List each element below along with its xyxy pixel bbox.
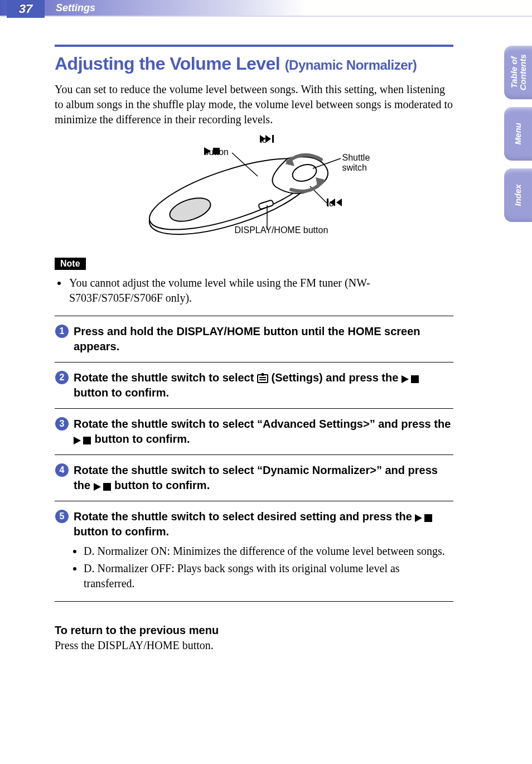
step-5-text-a: Rotate the shuttle switch to select desi… bbox=[74, 510, 415, 523]
svg-marker-35 bbox=[94, 483, 101, 491]
return-block: To return to the previous menu Press the… bbox=[55, 624, 453, 652]
svg-rect-15 bbox=[213, 148, 220, 154]
settings-icon bbox=[257, 371, 268, 384]
figure-label-playstop-button: button bbox=[204, 147, 229, 157]
figure-label-display-home: DISPLAY/HOME button bbox=[235, 225, 328, 235]
tab-contents-label: Table of Contents bbox=[509, 55, 527, 91]
step-2-text-a: Rotate the shuttle switch to select bbox=[74, 371, 257, 384]
page-title-main: Adjusting the Volume Level bbox=[55, 54, 285, 74]
svg-marker-18 bbox=[336, 199, 342, 206]
side-tabs: Table of Contents Menu Index bbox=[504, 46, 532, 230]
svg-rect-28 bbox=[411, 375, 419, 383]
step-2-text-b: (Settings) and press the bbox=[268, 371, 402, 384]
note-item: You cannot adjust the volume level while… bbox=[68, 275, 453, 306]
step-3-text-a: Rotate the shuttle switch to select “Adv… bbox=[74, 418, 451, 430]
step-number-badge: 1 bbox=[55, 324, 74, 339]
tab-index[interactable]: Index bbox=[504, 168, 532, 222]
step-3: 3 Rotate the shuttle switch to select “A… bbox=[55, 409, 453, 455]
svg-marker-27 bbox=[402, 375, 409, 383]
manual-page: 37 Settings Table of Contents Menu Index… bbox=[0, 0, 532, 764]
play-stop-icon bbox=[74, 433, 91, 445]
return-heading: To return to the previous menu bbox=[55, 624, 453, 637]
page-number: 37 bbox=[7, 0, 45, 18]
figure-label-to-prev: to bbox=[327, 199, 334, 209]
step-5-text-b: button to confirm. bbox=[74, 525, 169, 538]
tab-menu[interactable]: Menu bbox=[504, 107, 532, 161]
svg-marker-12 bbox=[265, 135, 271, 143]
play-stop-icon bbox=[94, 479, 112, 491]
svg-marker-31 bbox=[74, 437, 81, 444]
figure-label-to-next: to bbox=[260, 135, 267, 145]
step-5-body: Rotate the shuttle switch to select desi… bbox=[74, 509, 453, 593]
tab-menu-label: Menu bbox=[514, 123, 523, 144]
step-5: 5 Rotate the shuttle switch to select de… bbox=[55, 501, 453, 602]
step-5-sub-0: D. Normalizer ON: Minimizes the differen… bbox=[84, 544, 453, 559]
step-number-badge: 3 bbox=[55, 417, 74, 431]
return-body: Press the DISPLAY/HOME button. bbox=[55, 639, 453, 652]
svg-rect-16 bbox=[327, 199, 328, 206]
svg-text:4: 4 bbox=[60, 465, 65, 475]
svg-rect-36 bbox=[103, 483, 111, 491]
title-rule bbox=[55, 45, 453, 47]
step-5-sublist: D. Normalizer ON: Minimizes the differen… bbox=[74, 544, 453, 591]
svg-text:1: 1 bbox=[60, 326, 65, 336]
play-stop-icon bbox=[402, 371, 419, 384]
intro-paragraph: You can set to reduce the volume level b… bbox=[55, 82, 453, 127]
header-underline bbox=[0, 16, 532, 17]
note-badge: Note bbox=[55, 258, 86, 270]
svg-rect-23 bbox=[258, 375, 268, 383]
header-gradient bbox=[0, 0, 307, 16]
device-figure: to button Shuttle switch to DISPLAY/HOME… bbox=[120, 136, 388, 236]
step-number-badge: 4 bbox=[55, 463, 74, 477]
tab-contents[interactable]: Table of Contents bbox=[504, 46, 532, 99]
svg-rect-24 bbox=[262, 373, 264, 376]
step-3-text-b: button to confirm. bbox=[91, 433, 190, 445]
content-column: Adjusting the Volume Level (Dynamic Norm… bbox=[55, 45, 453, 652]
figure-label-shuttle: Shuttle switch bbox=[342, 153, 388, 173]
note-list: You cannot adjust the volume level while… bbox=[65, 275, 453, 306]
tab-index-label: Index bbox=[514, 184, 523, 206]
svg-rect-40 bbox=[424, 514, 432, 522]
step-5-sub-1: D. Normalizer OFF: Plays back songs with… bbox=[84, 561, 453, 591]
step-2-body: Rotate the shuttle switch to select (Set… bbox=[74, 370, 453, 400]
play-stop-icon bbox=[415, 510, 433, 523]
svg-rect-32 bbox=[83, 437, 91, 444]
step-number-badge: 2 bbox=[55, 370, 74, 385]
svg-marker-14 bbox=[204, 147, 211, 155]
step-1-body: Press and hold the DISPLAY/HOME button u… bbox=[74, 324, 453, 354]
page-title-sub: (Dynamic Normalizer) bbox=[285, 57, 417, 72]
steps-list: 1 Press and hold the DISPLAY/HOME button… bbox=[55, 316, 453, 602]
step-1: 1 Press and hold the DISPLAY/HOME button… bbox=[55, 316, 453, 362]
step-1-text: Press and hold the DISPLAY/HOME button u… bbox=[74, 325, 420, 352]
step-2-text-c: button to confirm. bbox=[74, 386, 169, 399]
step-4: 4 Rotate the shuttle switch to select “D… bbox=[55, 455, 453, 501]
svg-text:2: 2 bbox=[60, 373, 65, 382]
step-3-body: Rotate the shuttle switch to select “Adv… bbox=[74, 417, 453, 447]
step-4-text-b: button to confirm. bbox=[112, 479, 210, 491]
svg-text:3: 3 bbox=[60, 419, 65, 428]
step-4-body: Rotate the shuttle switch to select “Dyn… bbox=[74, 463, 453, 493]
svg-marker-39 bbox=[415, 514, 422, 522]
svg-rect-13 bbox=[272, 135, 274, 143]
svg-marker-17 bbox=[330, 199, 335, 206]
step-number-badge: 5 bbox=[55, 509, 74, 524]
step-2: 2 Rotate the shuttle switch to select (S… bbox=[55, 362, 453, 409]
svg-text:5: 5 bbox=[60, 511, 65, 521]
page-title: Adjusting the Volume Level (Dynamic Norm… bbox=[55, 54, 453, 74]
section-title: Settings bbox=[56, 2, 95, 14]
svg-marker-11 bbox=[260, 135, 265, 143]
